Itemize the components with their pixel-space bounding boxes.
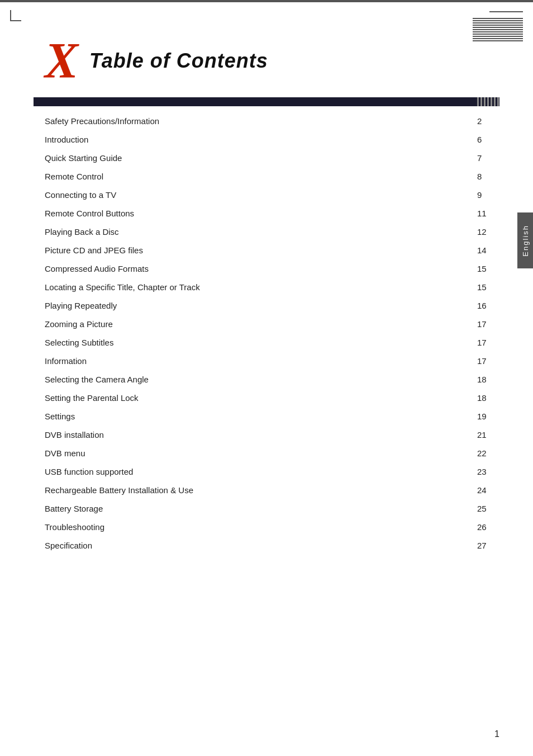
toc-item-page: 14 [466, 245, 488, 255]
toc-item-title: Quick Starting Guide [45, 153, 466, 163]
toc-item-page: 18 [466, 393, 488, 403]
page-number: 1 [494, 729, 499, 739]
toc-row: Quick Starting Guide7 [45, 149, 488, 167]
toc-item-title: Rechargeable Battery Installation & Use [45, 485, 466, 495]
divider-bar [34, 97, 499, 106]
toc-row: Selecting Subtitles17 [45, 333, 488, 352]
toc-item-title: Information [45, 356, 466, 366]
toc-row: Settings19 [45, 407, 488, 426]
toc-item-page: 22 [466, 448, 488, 458]
toc-item-page: 26 [466, 522, 488, 532]
toc-item-page: 19 [466, 412, 488, 421]
table-of-contents: Safety Precautions/Information2Introduct… [0, 106, 533, 577]
toc-item-page: 16 [466, 301, 488, 310]
toc-row: Compressed Audio Formats15 [45, 259, 488, 278]
toc-item-page: 6 [466, 135, 488, 144]
toc-item-page: 25 [466, 504, 488, 513]
header: X Table of Contents [0, 2, 533, 97]
toc-item-page: 17 [466, 356, 488, 366]
page: X Table of Contents Safety Precautions/I… [0, 0, 533, 756]
toc-item-title: Troubleshooting [45, 522, 466, 532]
toc-item-page: 12 [466, 227, 488, 237]
toc-row: Zooming a Picture17 [45, 315, 488, 333]
toc-item-page: 23 [466, 467, 488, 476]
toc-item-title: Setting the Parental Lock [45, 393, 466, 403]
toc-item-page: 15 [466, 282, 488, 292]
toc-item-page: 8 [466, 172, 488, 181]
toc-row: DVB installation21 [45, 426, 488, 444]
toc-item-title: Picture CD and JPEG files [45, 245, 466, 255]
toc-row: DVB menu22 [45, 444, 488, 462]
toc-item-title: Remote Control [45, 172, 466, 181]
toc-row: Introduction6 [45, 130, 488, 149]
toc-item-title: Introduction [45, 135, 466, 144]
toc-item-title: Remote Control Buttons [45, 209, 466, 218]
toc-item-page: 15 [466, 264, 488, 273]
toc-row: Playing Back a Disc12 [45, 223, 488, 241]
toc-row: USB function supported23 [45, 462, 488, 481]
page-title: Table of Contents [89, 49, 268, 73]
toc-item-title: Playing Repeatedly [45, 301, 466, 310]
toc-item-page: 17 [466, 338, 488, 347]
toc-row: Specification27 [45, 536, 488, 555]
toc-row: Connecting to a TV9 [45, 186, 488, 204]
toc-row: Safety Precautions/Information2 [45, 112, 488, 130]
toc-row: Setting the Parental Lock18 [45, 389, 488, 407]
toc-item-page: 21 [466, 430, 488, 440]
toc-row: Remote Control Buttons11 [45, 204, 488, 223]
toc-item-page: 11 [466, 209, 488, 218]
toc-item-title: Playing Back a Disc [45, 227, 466, 237]
toc-item-title: Battery Storage [45, 504, 466, 513]
toc-item-title: Compressed Audio Formats [45, 264, 466, 273]
brand-logo: X [45, 36, 78, 86]
side-tab-label: English [521, 225, 530, 257]
toc-item-title: DVB menu [45, 448, 466, 458]
toc-item-title: Selecting the Camera Angle [45, 375, 466, 384]
toc-item-page: 7 [466, 153, 488, 163]
toc-row: Playing Repeatedly16 [45, 296, 488, 315]
toc-row: Information17 [45, 352, 488, 370]
toc-item-title: Settings [45, 412, 466, 421]
toc-item-title: Locating a Specific Title, Chapter or Tr… [45, 282, 466, 292]
toc-row: Troubleshooting26 [45, 518, 488, 536]
toc-item-page: 27 [466, 541, 488, 550]
toc-row: Locating a Specific Title, Chapter or Tr… [45, 278, 488, 296]
toc-item-page: 24 [466, 485, 488, 495]
side-language-tab: English [517, 212, 533, 268]
toc-row: Remote Control8 [45, 167, 488, 186]
toc-item-page: 9 [466, 190, 488, 200]
toc-item-page: 2 [466, 116, 488, 126]
toc-item-title: DVB installation [45, 430, 466, 440]
toc-row: Battery Storage25 [45, 499, 488, 518]
toc-row: Rechargeable Battery Installation & Use2… [45, 481, 488, 499]
toc-item-page: 17 [466, 319, 488, 329]
toc-item-title: Connecting to a TV [45, 190, 466, 200]
toc-item-title: Specification [45, 541, 466, 550]
toc-row: Picture CD and JPEG files14 [45, 241, 488, 259]
toc-item-title: USB function supported [45, 467, 466, 476]
toc-item-title: Zooming a Picture [45, 319, 466, 329]
toc-item-title: Safety Precautions/Information [45, 116, 466, 126]
toc-row: Selecting the Camera Angle18 [45, 370, 488, 389]
toc-item-page: 18 [466, 375, 488, 384]
toc-item-title: Selecting Subtitles [45, 338, 466, 347]
